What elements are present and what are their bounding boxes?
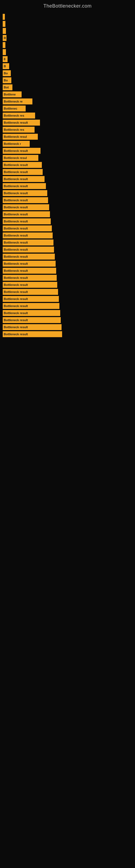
bar-row: 8 [3, 56, 135, 62]
bar-row: Bottleneck re [3, 98, 135, 104]
bar-row: Bottlenec [3, 105, 135, 112]
bottleneck-bar: Bottleneck resul [3, 155, 38, 161]
bar-row: Bottleneck result [3, 148, 135, 154]
bar-row: Bottleneck result [3, 204, 135, 210]
bar-row: Bottleneck result [3, 268, 135, 274]
bottleneck-bar: Bottleneck result [3, 324, 61, 330]
bottleneck-bar: Bottleneck result [3, 120, 40, 126]
bottleneck-bar: Bottleneck result [3, 190, 47, 196]
bottleneck-bar: Bottleneck result [3, 232, 53, 239]
bottleneck-bar: Bottleneck result [3, 176, 45, 182]
bottleneck-bar: Bottleneck result [3, 204, 49, 210]
bar-row: Bottleneck result [3, 254, 135, 259]
bottleneck-bar: Bottleneck resul [3, 134, 38, 140]
bar-row: Bottleneck result [3, 282, 135, 288]
bar-row [3, 42, 135, 48]
bottleneck-bar: Bottleneck re [3, 98, 32, 104]
bar-row: Bottleneck result [3, 289, 135, 295]
bottleneck-bar: R [3, 35, 6, 41]
bar-row: Bottleneck result [3, 232, 135, 239]
bar-row: Bottleneck result [3, 190, 135, 196]
bar-row: B [3, 63, 135, 69]
bar-row: Bottleneck result [3, 169, 135, 175]
bar-row: Bottleneck res [3, 113, 135, 119]
bottleneck-bar: Bottleneck res [3, 127, 35, 133]
bar-row: Bottleneck r [3, 141, 135, 147]
bottleneck-bar: Bottleneck result [3, 268, 56, 274]
bottleneck-bar: Bottleneck result [3, 247, 54, 252]
bar-row [3, 49, 135, 55]
bar-row: Bot [3, 84, 135, 90]
bottleneck-bar: Bottleneck result [3, 148, 41, 154]
bottleneck-bar: Bottlene [3, 91, 21, 97]
bottleneck-bar: Bottleneck result [3, 303, 59, 309]
bottleneck-bar: Bottleneck result [3, 289, 58, 295]
bottleneck-bar: Bottleneck result [3, 310, 60, 316]
bar-row: Bottleneck result [3, 197, 135, 203]
bar-row: Bottleneck resul [3, 134, 135, 140]
bar-row: Bottleneck result [3, 331, 135, 337]
bottleneck-bar: Bottleneck res [3, 113, 35, 119]
bar-row: Bottleneck resul [3, 155, 135, 161]
bottleneck-bar: Bottleneck result [3, 282, 57, 288]
bar-row: Bottleneck result [3, 183, 135, 189]
bottleneck-bar [3, 14, 5, 20]
bar-row: R [3, 35, 135, 41]
bottleneck-bar [3, 21, 5, 27]
bars-container: R8BBoBoBotBottleneBottleneck reBottlenec… [0, 11, 135, 338]
bar-row: Bottleneck result [3, 310, 135, 316]
bottleneck-bar: Bottleneck result [3, 211, 50, 217]
bar-row: Bottleneck result [3, 247, 135, 252]
bar-row: Bottleneck result [3, 275, 135, 281]
bottleneck-bar [3, 42, 5, 48]
bar-row: Bo [3, 77, 135, 83]
bar-row [3, 14, 135, 20]
bottleneck-bar: Bot [3, 84, 12, 90]
bottleneck-bar: Bottleneck result [3, 240, 53, 246]
bottleneck-bar: Bottleneck result [3, 275, 57, 281]
bottleneck-bar: Bottleneck result [3, 331, 62, 337]
bottleneck-bar: Bottleneck result [3, 317, 61, 323]
bottleneck-bar: Bo [3, 77, 11, 83]
bar-row: Bottleneck result [3, 324, 135, 330]
bottleneck-bar: Bo [3, 70, 11, 76]
bar-row: Bottleneck result [3, 162, 135, 168]
bottleneck-bar: Bottleneck result [3, 162, 42, 168]
site-title: TheBottlenecker.com [0, 0, 135, 11]
bar-row: Bottleneck result [3, 317, 135, 323]
bottleneck-bar: B [3, 63, 9, 69]
bar-row: Bottleneck result [3, 176, 135, 182]
bar-row: Bottleneck result [3, 120, 135, 126]
bottleneck-bar: Bottleneck result [3, 197, 48, 203]
bar-row: Bottlene [3, 91, 135, 97]
bar-row: Bottleneck result [3, 296, 135, 302]
bar-row: Bottleneck result [3, 225, 135, 231]
bar-row: Bottleneck res [3, 127, 135, 133]
bar-row: Bottleneck result [3, 240, 135, 246]
bar-row: Bo [3, 70, 135, 76]
bottleneck-bar [3, 28, 6, 34]
bar-row: Bottleneck result [3, 261, 135, 267]
bottleneck-bar: Bottlenec [3, 105, 26, 112]
bottleneck-bar: Bottleneck result [3, 183, 46, 189]
bar-row [3, 28, 135, 34]
bar-row [3, 21, 135, 27]
bottleneck-bar [3, 49, 6, 55]
bar-row: Bottleneck result [3, 303, 135, 309]
bottleneck-bar: 8 [3, 56, 8, 62]
bottleneck-bar: Bottleneck result [3, 218, 51, 224]
bottleneck-bar: Bottleneck result [3, 225, 52, 231]
bar-row: Bottleneck result [3, 218, 135, 224]
bottleneck-bar: Bottleneck result [3, 261, 56, 267]
bottleneck-bar: Bottleneck result [3, 254, 55, 259]
bottleneck-bar: Bottleneck result [3, 296, 59, 302]
bottleneck-bar: Bottleneck r [3, 141, 30, 147]
bar-row: Bottleneck result [3, 211, 135, 217]
bottleneck-bar: Bottleneck result [3, 169, 43, 175]
